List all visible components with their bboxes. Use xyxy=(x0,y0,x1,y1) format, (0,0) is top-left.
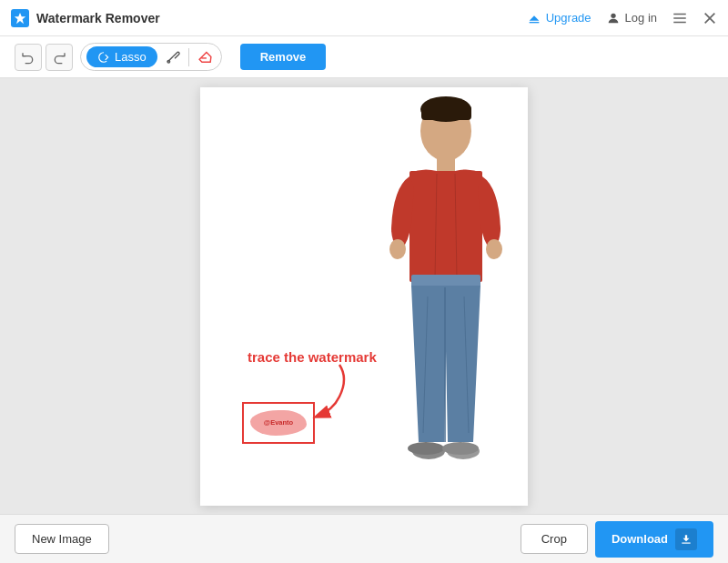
svg-rect-12 xyxy=(421,106,471,120)
svg-point-2 xyxy=(611,13,615,17)
svg-rect-14 xyxy=(410,171,482,282)
svg-rect-19 xyxy=(411,275,480,287)
brush-icon xyxy=(166,50,180,65)
crop-button[interactable]: Crop xyxy=(521,524,588,554)
svg-point-26 xyxy=(442,442,479,455)
app-title: Watermark Remover xyxy=(36,11,160,25)
eraser-button[interactable] xyxy=(195,46,216,67)
lasso-button[interactable]: Lasso xyxy=(86,46,157,67)
upgrade-icon xyxy=(527,11,541,25)
toolbar: Lasso Remove xyxy=(0,36,728,78)
undo-button[interactable] xyxy=(15,44,42,71)
main-area: trace the watermark @Evanto xyxy=(0,78,728,514)
close-icon xyxy=(703,11,717,25)
user-icon xyxy=(606,11,621,25)
app-icon xyxy=(11,9,29,27)
history-tools xyxy=(15,44,73,71)
download-icon-box xyxy=(675,528,697,550)
menu-button[interactable] xyxy=(672,10,688,26)
upgrade-button[interactable]: Upgrade xyxy=(527,11,592,25)
svg-rect-1 xyxy=(529,22,539,23)
login-button[interactable]: Log in xyxy=(606,11,657,25)
redo-button[interactable] xyxy=(46,44,73,71)
watermark-selection-box: @Evanto xyxy=(242,402,315,444)
menu-icon xyxy=(672,10,688,26)
eraser-icon xyxy=(197,49,213,65)
redo-icon xyxy=(52,50,66,65)
toolbar-divider xyxy=(188,48,189,66)
brush-button[interactable] xyxy=(163,47,183,67)
person-image xyxy=(364,96,528,497)
title-bar-left: Watermark Remover xyxy=(11,9,160,27)
bottom-bar: New Image Crop Download xyxy=(0,514,728,563)
canvas-wrapper: trace the watermark @Evanto xyxy=(200,87,528,506)
download-button[interactable]: Download xyxy=(595,521,713,558)
svg-point-25 xyxy=(408,442,444,455)
remove-button[interactable]: Remove xyxy=(240,44,327,70)
svg-rect-13 xyxy=(437,158,455,173)
selection-tools: Lasso xyxy=(80,43,222,71)
svg-rect-3 xyxy=(673,13,686,15)
svg-point-18 xyxy=(486,239,502,259)
download-icon xyxy=(680,533,693,546)
svg-marker-0 xyxy=(15,12,25,23)
title-bar: Watermark Remover Upgrade Log in xyxy=(0,0,728,36)
svg-point-17 xyxy=(389,239,406,259)
new-image-button[interactable]: New Image xyxy=(15,524,109,554)
svg-rect-28 xyxy=(682,542,690,543)
close-button[interactable] xyxy=(703,11,717,25)
svg-rect-4 xyxy=(673,17,686,19)
watermark-blob: @Evanto xyxy=(250,410,307,436)
undo-icon xyxy=(21,50,35,65)
lasso-icon xyxy=(97,51,110,64)
watermark-text: @Evanto xyxy=(264,418,293,427)
title-bar-right: Upgrade Log in xyxy=(527,10,717,26)
svg-rect-5 xyxy=(673,21,686,23)
